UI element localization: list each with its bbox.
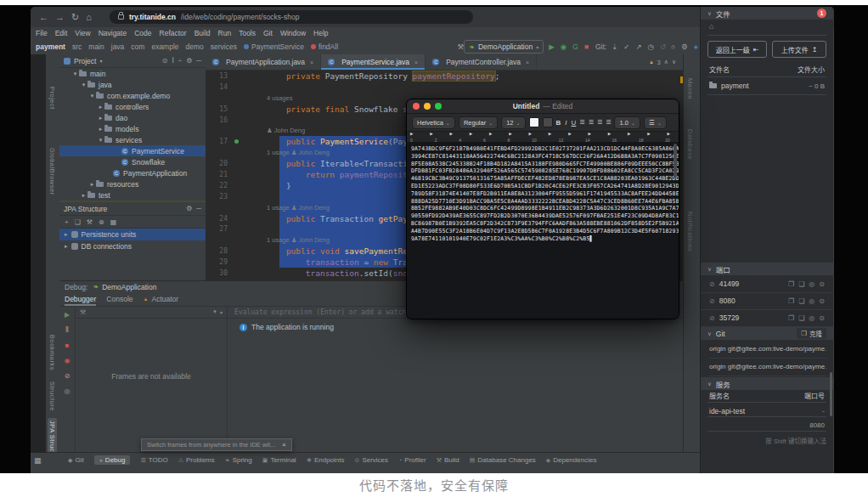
textedit-titlebar[interactable]: Untitled — Edited [407, 99, 679, 114]
tooltip-close-icon[interactable]: × [282, 441, 285, 449]
menu-item-view[interactable]: View [75, 29, 90, 37]
tree-item-snowflake[interactable]: CSnowflake [59, 156, 206, 167]
ide-settings-icon[interactable]: ⚙ [681, 43, 688, 51]
tab-stop-icon[interactable]: ▶ [489, 132, 492, 137]
zoom-window-icon[interactable] [435, 103, 442, 110]
text-color-well[interactable] [529, 117, 539, 127]
breadcrumb-item[interactable]: findAll [311, 42, 338, 51]
statusbar-item-spring[interactable]: ❧Spring [225, 456, 252, 464]
select-opened-file-icon[interactable]: ⊙ [162, 57, 168, 65]
frames-settings-icon[interactable]: ⚒ [80, 308, 86, 316]
jpa-settings-icon[interactable]: ⚙ [186, 205, 192, 212]
service-row[interactable]: ide-api-test- [709, 404, 825, 417]
profile-run-icon[interactable]: G [572, 43, 578, 51]
statusbar-item-debug[interactable]: ●Debug [94, 455, 131, 465]
tree-item-models[interactable]: ▸models [59, 123, 206, 134]
add-icon[interactable]: + [65, 218, 69, 226]
tree-item-test[interactable]: ▸test [59, 189, 206, 200]
port-row[interactable]: ⊘35729❐❏◎⊙ [701, 309, 833, 327]
tab-stop-icon[interactable]: ▶ [588, 132, 590, 137]
minimize-window-icon[interactable] [424, 103, 431, 110]
menu-item-run[interactable]: Run [218, 29, 232, 37]
line-spacing-select[interactable]: 1.0 ⌄ [614, 116, 640, 129]
align-text-icon[interactable]: ☰ [589, 119, 594, 126]
git-push-icon[interactable]: ↗ [635, 43, 641, 51]
git-commit-icon[interactable]: ✓ [623, 43, 629, 51]
history-icon[interactable]: ◷ [648, 43, 654, 51]
files-home-icon[interactable]: ⌂ [709, 22, 713, 31]
statusbar-item-todo[interactable]: ☰TODO [140, 456, 167, 464]
project-structure-icon[interactable]: ⚒ [458, 43, 465, 51]
port-settings-icon[interactable]: ◎ [809, 314, 814, 322]
statusbar-item-profiler[interactable]: ◔Profiler [398, 456, 426, 464]
menu-item-navigate[interactable]: Navigate [99, 29, 127, 37]
statusbar-item-services[interactable]: ⊙Services [355, 456, 389, 464]
statusbar-item-endpoints[interactable]: ❖Endpoints [307, 456, 345, 464]
copy-address-icon[interactable]: ❏ [798, 280, 804, 288]
view-breakpoints-icon[interactable]: ◉ [65, 357, 70, 364]
tree-item-paymentapplication[interactable]: CPaymentApplication [59, 167, 206, 178]
address-bar[interactable]: try.titanide.cn/ide/web/coding/payment/s… [110, 10, 473, 24]
tree-expander-icon[interactable]: ▾ [80, 82, 87, 88]
debug-tab-console[interactable]: Console [106, 292, 132, 306]
list-style-select[interactable]: ☰ ⌄ [644, 116, 667, 129]
back-icon[interactable]: ← [39, 12, 48, 22]
close-tab-icon[interactable]: × [526, 59, 529, 65]
git-update-icon[interactable]: ⇣ [612, 43, 617, 51]
font-family-select[interactable]: Helvetica ⌄ [412, 116, 455, 129]
tree-expander-icon[interactable]: ▾ [97, 137, 104, 144]
tree-item-main[interactable]: ▾main [59, 68, 206, 79]
panel-settings-icon[interactable]: ⚙ [186, 57, 192, 65]
back-up-level-button[interactable]: 返回上一级 ⇤ [707, 41, 767, 58]
git-clone-button[interactable]: ❐ 克隆 [797, 328, 826, 339]
breadcrumb-item[interactable]: main [88, 42, 104, 51]
tree-item-paymentservice[interactable]: CPaymentService [59, 145, 206, 156]
run-icon[interactable]: ▶ [549, 43, 555, 51]
prev-warning-icon[interactable]: ∧ [664, 59, 668, 65]
tree-item-services[interactable]: ▾services [59, 134, 206, 145]
tab-stop-icon[interactable]: ▶ [450, 132, 453, 137]
services-section-header[interactable]: ∨ 服务 [701, 377, 833, 390]
font-size-select[interactable]: 12 ⌄ [501, 116, 525, 129]
tree-expander-icon[interactable]: ▾ [71, 71, 79, 77]
port-stop-icon[interactable]: ⊙ [819, 297, 825, 305]
textedit-content[interactable]: 9A743BDC9F6F21B7B49B0E41FEBD4FD29992DB2C… [407, 142, 679, 319]
debug-tab-debugger[interactable]: Debugger [65, 292, 96, 306]
tab-stop-icon[interactable]: ▶ [647, 132, 650, 137]
breadcrumb-item[interactable]: services [211, 42, 237, 51]
breadcrumb-item[interactable]: payment [36, 42, 65, 51]
tab-stop-icon[interactable]: ▶ [529, 132, 532, 137]
stop-run-icon[interactable]: ■ [584, 43, 589, 51]
textedit-window[interactable]: Untitled — Edited Helvetica ⌄ Regular ⌄ … [406, 99, 679, 319]
italic-button[interactable]: I [565, 119, 566, 127]
statusbar-item-database-changes[interactable]: ▤Database Changes [470, 456, 536, 464]
align-text-icon[interactable]: ☰ [597, 119, 602, 126]
port-settings-icon[interactable]: ◎ [809, 297, 814, 305]
tree-item-dao[interactable]: ▸dao [59, 112, 206, 123]
tree-expander-icon[interactable]: ▸ [97, 126, 104, 133]
tree-item-controllers[interactable]: ▸controllers [59, 101, 206, 112]
background-color-well[interactable] [543, 117, 553, 127]
close-tab-icon[interactable]: × [414, 59, 418, 65]
inspections-widget[interactable]: ▲3∧∨ [649, 54, 683, 70]
stripe-label-database[interactable]: Database [686, 129, 694, 160]
editor-tab-paymentcontroller.java[interactable]: CPaymentController.java× [426, 54, 537, 70]
stripe-label-structure[interactable]: Structure [48, 381, 56, 411]
filter-caret-icon[interactable]: ▾ [220, 309, 223, 315]
git-remote-row[interactable]: origin git@gitee.com:live-demo/payme… [709, 340, 826, 359]
tree-expander-icon[interactable]: ▾ [88, 93, 96, 99]
forward-icon[interactable]: → [55, 12, 65, 22]
menu-item-git[interactable]: Git [263, 29, 273, 37]
tab-stop-icon[interactable]: ▶ [470, 132, 472, 137]
tab-stop-icon[interactable]: ▶ [628, 132, 630, 137]
grid-icon[interactable]: ▦ [110, 218, 117, 226]
upload-file-button[interactable]: 上传文件 ↥ [772, 41, 826, 58]
pause-icon[interactable]: Ⅱ [65, 326, 69, 334]
statusbar-item-terminal[interactable]: ▣Terminal [262, 456, 296, 464]
breadcrumb-item[interactable]: java [111, 42, 125, 51]
tab-stop-icon[interactable]: ▶ [549, 132, 551, 137]
collapse-all-icon[interactable]: ÷ [178, 57, 182, 65]
stripe-label-maven[interactable]: Maven [686, 78, 694, 99]
bold-button[interactable]: B [556, 119, 561, 127]
stripe-label-bookmarks[interactable]: Bookmarks [48, 335, 56, 370]
